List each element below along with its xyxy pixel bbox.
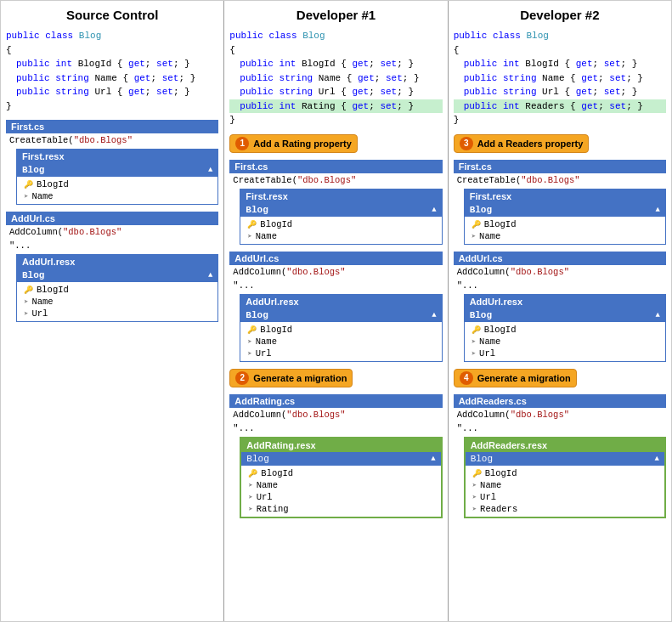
table-row: Url xyxy=(466,491,664,503)
row-name: Url xyxy=(257,492,273,502)
table-header-addreaders-cs-d2: Blog▲ xyxy=(466,452,664,466)
table-body-addrating-cs-d1: BlogIdNameUrlRating xyxy=(241,466,440,517)
table-body-first-cs-sc: BlogIdName xyxy=(17,177,217,204)
row-name: Name xyxy=(479,336,500,347)
row-name: Name xyxy=(31,297,53,307)
code-line: public int BlogId { get; set; } xyxy=(454,57,666,71)
arrow-icon xyxy=(472,336,476,347)
file-header-addurl-cs-d2: AddUrl.cs xyxy=(454,252,666,265)
table-body-addurl-cs-d2: BlogIdNameUrl xyxy=(465,322,665,361)
annotation-addreaders-cs-d2-ann: 4Generate a migration xyxy=(454,369,577,387)
migration-first-cs-d1: First.csCreateTable("dbo.Blogs"First.res… xyxy=(229,160,442,245)
migration-addrating-cs-d1: 2Generate a migrationAddRating.csAddColu… xyxy=(229,369,442,518)
table-header-addurl-cs-d1: Blog▲ xyxy=(240,308,441,322)
code-line: public int BlogId { get; set; } xyxy=(229,57,442,71)
table-row: Name xyxy=(240,230,441,242)
table-row: BlogId xyxy=(240,324,441,336)
table-row: Url xyxy=(240,348,441,359)
code-line: public string Name { get; set; } xyxy=(229,71,442,86)
table-row: Readers xyxy=(466,503,664,515)
table-body-addurl-cs-sc: BlogIdNameUrl xyxy=(17,282,217,321)
row-name: Rating xyxy=(257,504,289,514)
table-row: Name xyxy=(465,230,665,242)
key-icon xyxy=(472,219,481,229)
table-row: Name xyxy=(17,190,217,202)
table-row: Name xyxy=(466,479,664,491)
row-name: BlogId xyxy=(261,468,293,478)
file-code-addrating-cs-d1: AddColumn("dbo.Blogs" xyxy=(229,408,442,421)
arrow-icon xyxy=(472,504,477,514)
arrow-icon xyxy=(24,297,28,307)
file-code2-addurl-cs-d1: "... xyxy=(229,279,442,292)
sort-icon: ▲ xyxy=(432,206,436,214)
code-block-developer-1: public class Blog{public int BlogId { ge… xyxy=(229,29,442,127)
migration-addurl-cs-d2: AddUrl.csAddColumn("dbo.Blogs""...AddUrl… xyxy=(454,252,666,362)
row-name: BlogId xyxy=(260,325,292,335)
arrow-icon xyxy=(472,231,476,241)
file-header-first-cs-sc: First.cs xyxy=(6,120,218,133)
arrow-icon xyxy=(472,492,477,502)
table-row: Url xyxy=(465,348,665,359)
sort-icon: ▲ xyxy=(208,166,212,174)
key-icon xyxy=(248,468,257,478)
table-row: BlogId xyxy=(465,324,665,336)
arrow-icon xyxy=(247,336,251,347)
row-name: Url xyxy=(480,492,496,502)
table-row: Name xyxy=(240,336,441,348)
annotation-label: Generate a migration xyxy=(253,373,347,383)
table-row: BlogId xyxy=(17,178,217,190)
table-row: Name xyxy=(17,296,217,308)
table-name: Blog xyxy=(246,454,268,464)
table-name: Blog xyxy=(22,165,44,175)
file-header-first-cs-d2: First.cs xyxy=(454,160,666,173)
row-name: Name xyxy=(479,231,500,241)
sort-icon: ▲ xyxy=(655,455,659,463)
column-source-control: Source Controlpublic class Blog{public i… xyxy=(1,1,224,621)
row-name: Name xyxy=(256,231,277,241)
resx-addurl-cs-sc: AddUrl.resxBlog▲BlogIdNameUrl xyxy=(16,254,218,322)
resx-addurl-cs-d1: AddUrl.resxBlog▲BlogIdNameUrl xyxy=(240,294,442,362)
sort-icon: ▲ xyxy=(656,311,660,319)
code-line: public class Blog xyxy=(454,29,666,43)
key-icon xyxy=(472,325,481,335)
migration-addurl-cs-sc: AddUrl.csAddColumn("dbo.Blogs""...AddUrl… xyxy=(6,212,218,322)
row-name: Name xyxy=(480,480,501,490)
sort-icon: ▲ xyxy=(208,271,212,280)
file-header-first-cs-d1: First.cs xyxy=(229,160,442,173)
table-row: Url xyxy=(17,308,217,319)
table-row: BlogId xyxy=(241,467,440,479)
table-name: Blog xyxy=(470,205,492,215)
resx-first-cs-d1: First.resxBlog▲BlogIdName xyxy=(240,189,442,245)
row-name: BlogId xyxy=(37,285,69,295)
key-icon xyxy=(24,285,33,295)
key-icon xyxy=(472,468,482,478)
table-name: Blog xyxy=(22,270,44,280)
arrow-icon xyxy=(472,348,476,359)
row-name: BlogId xyxy=(484,219,517,229)
arrow-icon xyxy=(248,480,252,490)
code-line: } xyxy=(454,113,666,127)
resx-addurl-cs-d2: AddUrl.resxBlog▲BlogIdNameUrl xyxy=(464,294,666,362)
code-line: public string Url { get; set; } xyxy=(6,85,218,99)
file-code2-addurl-cs-d2: "... xyxy=(454,279,666,292)
file-code-first-cs-d2: CreateTable("dbo.Blogs" xyxy=(454,173,666,187)
annotation-label: Add a Rating property xyxy=(253,139,352,149)
code-line: public int Readers { get; set; } xyxy=(454,99,666,114)
code-line: } xyxy=(6,99,218,114)
arrow-icon xyxy=(248,504,252,514)
table-name: Blog xyxy=(471,454,493,464)
table-header-first-cs-d2: Blog▲ xyxy=(465,203,665,217)
arrow-icon xyxy=(24,308,28,319)
resx-first-cs-d2: First.resxBlog▲BlogIdName xyxy=(464,189,666,245)
code-line: public class Blog xyxy=(229,29,442,43)
column-developer-2: Developer #2public class Blog{public int… xyxy=(449,1,671,621)
table-name: Blog xyxy=(246,205,268,215)
file-code2-addrating-cs-d1: "... xyxy=(229,421,442,435)
table-body-addurl-cs-d1: BlogIdNameUrl xyxy=(240,322,441,361)
code-line: public class Blog xyxy=(6,29,218,43)
code-line: public int BlogId { get; set; } xyxy=(6,57,218,71)
annotation-badge: 2 xyxy=(235,371,249,385)
arrow-icon xyxy=(248,492,252,502)
file-header-addurl-cs-sc: AddUrl.cs xyxy=(6,212,218,225)
annotation-badge: 3 xyxy=(460,137,473,150)
